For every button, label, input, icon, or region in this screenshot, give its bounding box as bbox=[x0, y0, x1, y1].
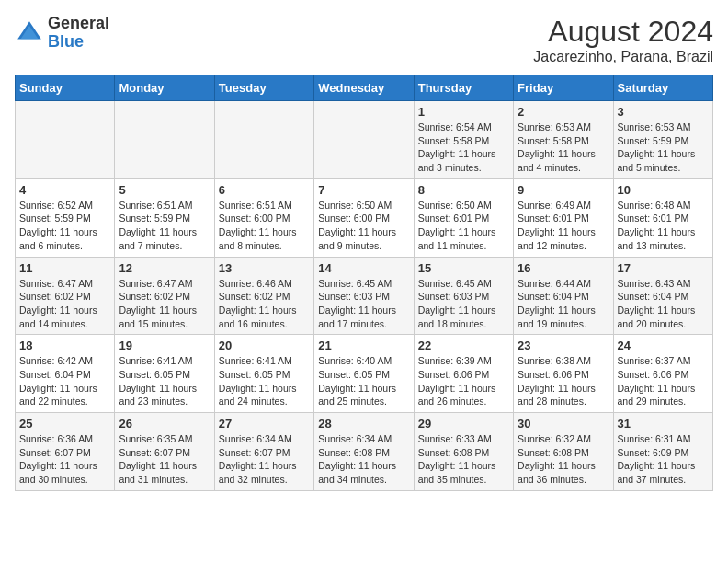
day-info: Sunrise: 6:44 AM Sunset: 6:04 PM Dayligh… bbox=[518, 277, 609, 331]
day-number: 3 bbox=[618, 105, 709, 119]
day-number: 6 bbox=[219, 183, 310, 197]
header-tuesday: Tuesday bbox=[214, 75, 313, 101]
day-number: 26 bbox=[119, 417, 210, 431]
calendar-week-4: 18Sunrise: 6:42 AM Sunset: 6:04 PM Dayli… bbox=[16, 335, 713, 413]
calendar-cell: 19Sunrise: 6:41 AM Sunset: 6:05 PM Dayli… bbox=[115, 335, 214, 413]
day-number: 5 bbox=[119, 183, 210, 197]
header-row: Sunday Monday Tuesday Wednesday Thursday… bbox=[16, 75, 713, 101]
logo-icon bbox=[15, 18, 44, 48]
day-number: 29 bbox=[418, 417, 509, 431]
day-info: Sunrise: 6:53 AM Sunset: 5:58 PM Dayligh… bbox=[518, 121, 609, 175]
day-number: 2 bbox=[518, 105, 609, 119]
day-number: 17 bbox=[618, 261, 709, 275]
header-wednesday: Wednesday bbox=[314, 75, 414, 101]
calendar-cell: 28Sunrise: 6:34 AM Sunset: 6:08 PM Dayli… bbox=[314, 413, 414, 491]
header-thursday: Thursday bbox=[414, 75, 513, 101]
day-info: Sunrise: 6:45 AM Sunset: 6:03 PM Dayligh… bbox=[318, 277, 409, 331]
day-info: Sunrise: 6:50 AM Sunset: 6:01 PM Dayligh… bbox=[418, 199, 509, 253]
calendar-cell: 5Sunrise: 6:51 AM Sunset: 5:59 PM Daylig… bbox=[115, 178, 214, 257]
day-info: Sunrise: 6:51 AM Sunset: 6:00 PM Dayligh… bbox=[219, 199, 310, 253]
day-number: 7 bbox=[318, 183, 409, 197]
calendar-cell: 23Sunrise: 6:38 AM Sunset: 6:06 PM Dayli… bbox=[514, 335, 613, 413]
day-info: Sunrise: 6:38 AM Sunset: 6:06 PM Dayligh… bbox=[518, 354, 609, 408]
calendar-cell: 3Sunrise: 6:53 AM Sunset: 5:59 PM Daylig… bbox=[613, 101, 712, 179]
day-info: Sunrise: 6:37 AM Sunset: 6:06 PM Dayligh… bbox=[618, 354, 709, 408]
day-info: Sunrise: 6:32 AM Sunset: 6:08 PM Dayligh… bbox=[518, 432, 609, 487]
calendar-week-2: 4Sunrise: 6:52 AM Sunset: 5:59 PM Daylig… bbox=[16, 178, 713, 257]
calendar-cell: 14Sunrise: 6:45 AM Sunset: 6:03 PM Dayli… bbox=[314, 257, 414, 335]
day-info: Sunrise: 6:31 AM Sunset: 6:09 PM Dayligh… bbox=[618, 432, 709, 487]
day-info: Sunrise: 6:49 AM Sunset: 6:01 PM Dayligh… bbox=[518, 199, 609, 253]
header-sunday: Sunday bbox=[16, 75, 115, 101]
calendar-week-1: 1Sunrise: 6:54 AM Sunset: 5:58 PM Daylig… bbox=[16, 101, 713, 179]
calendar-cell bbox=[214, 101, 313, 179]
calendar-cell: 15Sunrise: 6:45 AM Sunset: 6:03 PM Dayli… bbox=[414, 257, 513, 335]
header-friday: Friday bbox=[514, 75, 613, 101]
day-info: Sunrise: 6:34 AM Sunset: 6:07 PM Dayligh… bbox=[219, 432, 310, 487]
day-info: Sunrise: 6:36 AM Sunset: 6:07 PM Dayligh… bbox=[19, 432, 110, 487]
day-number: 25 bbox=[19, 417, 110, 431]
day-number: 8 bbox=[418, 183, 509, 197]
calendar-cell: 8Sunrise: 6:50 AM Sunset: 6:01 PM Daylig… bbox=[414, 178, 513, 257]
day-number: 15 bbox=[418, 261, 509, 275]
calendar-cell: 24Sunrise: 6:37 AM Sunset: 6:06 PM Dayli… bbox=[613, 335, 712, 413]
calendar-cell: 25Sunrise: 6:36 AM Sunset: 6:07 PM Dayli… bbox=[16, 413, 115, 491]
day-number: 31 bbox=[618, 417, 709, 431]
day-info: Sunrise: 6:54 AM Sunset: 5:58 PM Dayligh… bbox=[418, 121, 509, 175]
day-number: 20 bbox=[219, 339, 310, 352]
day-number: 30 bbox=[518, 417, 609, 431]
day-info: Sunrise: 6:48 AM Sunset: 6:01 PM Dayligh… bbox=[618, 199, 709, 253]
day-info: Sunrise: 6:34 AM Sunset: 6:08 PM Dayligh… bbox=[318, 432, 409, 487]
calendar-cell: 22Sunrise: 6:39 AM Sunset: 6:06 PM Dayli… bbox=[414, 335, 513, 413]
day-number: 16 bbox=[518, 261, 609, 275]
day-info: Sunrise: 6:45 AM Sunset: 6:03 PM Dayligh… bbox=[418, 277, 509, 331]
day-number: 21 bbox=[318, 339, 409, 352]
calendar-cell: 18Sunrise: 6:42 AM Sunset: 6:04 PM Dayli… bbox=[16, 335, 115, 413]
calendar-cell: 26Sunrise: 6:35 AM Sunset: 6:07 PM Dayli… bbox=[115, 413, 214, 491]
calendar-cell: 11Sunrise: 6:47 AM Sunset: 6:02 PM Dayli… bbox=[16, 257, 115, 335]
page-header: General Blue August 2024 Jacarezinho, Pa… bbox=[15, 15, 713, 65]
calendar-cell bbox=[16, 101, 115, 179]
calendar-body: 1Sunrise: 6:54 AM Sunset: 5:58 PM Daylig… bbox=[16, 101, 713, 491]
day-info: Sunrise: 6:40 AM Sunset: 6:05 PM Dayligh… bbox=[318, 354, 409, 408]
day-info: Sunrise: 6:46 AM Sunset: 6:02 PM Dayligh… bbox=[219, 277, 310, 331]
day-number: 22 bbox=[418, 339, 509, 352]
day-info: Sunrise: 6:52 AM Sunset: 5:59 PM Dayligh… bbox=[19, 199, 110, 253]
day-info: Sunrise: 6:53 AM Sunset: 5:59 PM Dayligh… bbox=[618, 121, 709, 175]
calendar-cell: 13Sunrise: 6:46 AM Sunset: 6:02 PM Dayli… bbox=[214, 257, 313, 335]
calendar-cell: 4Sunrise: 6:52 AM Sunset: 5:59 PM Daylig… bbox=[16, 178, 115, 257]
calendar-cell: 17Sunrise: 6:43 AM Sunset: 6:04 PM Dayli… bbox=[613, 257, 712, 335]
header-saturday: Saturday bbox=[613, 75, 712, 101]
day-number: 27 bbox=[219, 417, 310, 431]
day-info: Sunrise: 6:35 AM Sunset: 6:07 PM Dayligh… bbox=[119, 432, 210, 487]
day-info: Sunrise: 6:47 AM Sunset: 6:02 PM Dayligh… bbox=[119, 277, 210, 331]
calendar-cell: 1Sunrise: 6:54 AM Sunset: 5:58 PM Daylig… bbox=[414, 101, 513, 179]
day-number: 28 bbox=[318, 417, 409, 431]
day-info: Sunrise: 6:41 AM Sunset: 6:05 PM Dayligh… bbox=[119, 354, 210, 408]
day-number: 1 bbox=[418, 105, 509, 119]
calendar-week-3: 11Sunrise: 6:47 AM Sunset: 6:02 PM Dayli… bbox=[16, 257, 713, 335]
calendar-cell: 31Sunrise: 6:31 AM Sunset: 6:09 PM Dayli… bbox=[613, 413, 712, 491]
logo: General Blue bbox=[15, 15, 109, 52]
calendar-cell bbox=[115, 101, 214, 179]
day-number: 23 bbox=[518, 339, 609, 352]
day-info: Sunrise: 6:41 AM Sunset: 6:05 PM Dayligh… bbox=[219, 354, 310, 408]
calendar-cell: 16Sunrise: 6:44 AM Sunset: 6:04 PM Dayli… bbox=[514, 257, 613, 335]
location-title: Jacarezinho, Parana, Brazil bbox=[533, 49, 713, 65]
day-number: 12 bbox=[119, 261, 210, 275]
day-number: 14 bbox=[318, 261, 409, 275]
day-number: 11 bbox=[19, 261, 110, 275]
calendar-cell: 2Sunrise: 6:53 AM Sunset: 5:58 PM Daylig… bbox=[514, 101, 613, 179]
day-number: 13 bbox=[219, 261, 310, 275]
day-number: 18 bbox=[19, 339, 110, 352]
calendar-cell: 12Sunrise: 6:47 AM Sunset: 6:02 PM Dayli… bbox=[115, 257, 214, 335]
calendar-header: Sunday Monday Tuesday Wednesday Thursday… bbox=[16, 75, 713, 101]
calendar-cell: 6Sunrise: 6:51 AM Sunset: 6:00 PM Daylig… bbox=[214, 178, 313, 257]
day-number: 10 bbox=[618, 183, 709, 197]
day-info: Sunrise: 6:39 AM Sunset: 6:06 PM Dayligh… bbox=[418, 354, 509, 408]
calendar-cell: 21Sunrise: 6:40 AM Sunset: 6:05 PM Dayli… bbox=[314, 335, 414, 413]
day-info: Sunrise: 6:42 AM Sunset: 6:04 PM Dayligh… bbox=[19, 354, 110, 408]
month-title: August 2024 bbox=[533, 15, 713, 49]
calendar-table: Sunday Monday Tuesday Wednesday Thursday… bbox=[15, 75, 713, 491]
calendar-cell bbox=[314, 101, 414, 179]
